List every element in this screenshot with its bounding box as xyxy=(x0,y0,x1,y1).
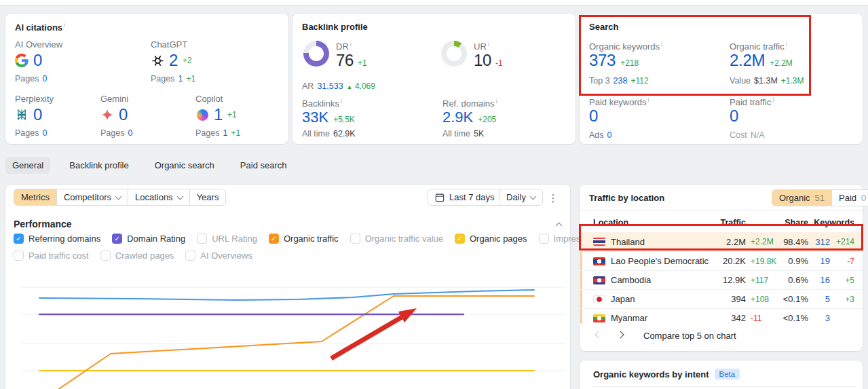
location-table-footer: Compare top 5 on chart xyxy=(593,330,736,341)
ai-citation-item-ai-overview: AI Overview 0 Pages0 xyxy=(15,39,117,84)
checkbox-icon: ✓ xyxy=(455,234,465,244)
copilot-icon xyxy=(195,108,209,122)
keywords-link[interactable]: 3 xyxy=(808,313,830,323)
info-icon[interactable]: i xyxy=(661,41,662,48)
chevron-up-icon xyxy=(555,223,562,229)
backlinks-value[interactable]: 33K xyxy=(302,109,328,126)
info-icon[interactable]: i xyxy=(350,41,352,48)
search-card: Search Organic keywordsi 373 +218 Top 3 … xyxy=(580,14,863,144)
top3-value[interactable]: 238 xyxy=(614,76,628,86)
tab-backlink-profile[interactable]: Backlink profile xyxy=(62,157,135,174)
checkbox-crawled-pages[interactable]: Crawled pages xyxy=(100,251,174,261)
location-table-header: Location Traffic Share Keywords xyxy=(580,213,863,232)
info-icon[interactable]: i xyxy=(648,96,649,103)
info-icon[interactable]: i xyxy=(64,22,65,29)
info-icon[interactable]: i xyxy=(496,98,497,105)
dr-donut-chart xyxy=(303,41,329,67)
checkbox-organic-pages[interactable]: ✓Organic pages xyxy=(455,234,527,244)
pages-count[interactable]: 0 xyxy=(42,128,47,138)
keywords-link[interactable]: 19 xyxy=(808,256,830,266)
metric-checkbox-row-2: Paid traffic cost Crawled pages AI Overv… xyxy=(14,251,252,261)
location-row-japan[interactable]: Japan 394 +108 <0.1% 5 +3 xyxy=(580,289,863,308)
ref-domains-value[interactable]: 2.9K xyxy=(442,109,473,126)
laos-flag-icon xyxy=(593,257,605,265)
years-button[interactable]: Years xyxy=(189,189,227,206)
chevron-right-icon xyxy=(616,331,624,338)
top-chrome xyxy=(0,0,868,5)
info-icon[interactable]: i xyxy=(341,98,342,105)
checkbox-domain-rating[interactable]: ✓Domain Rating xyxy=(112,234,185,244)
paid-keywords-value[interactable]: 0 xyxy=(589,107,598,125)
keywords-link[interactable]: 312 xyxy=(808,237,830,247)
next-page-button[interactable] xyxy=(615,330,626,341)
compare-top5-link[interactable]: Compare top 5 on chart xyxy=(643,331,736,341)
pages-count[interactable]: 0 xyxy=(42,74,47,84)
traffic-by-location-title: Traffic by location xyxy=(589,193,664,203)
checkbox-icon: ✓ xyxy=(112,234,122,244)
tab-organic-search[interactable]: Organic search xyxy=(148,157,221,174)
kebab-menu-icon[interactable]: ⋮ xyxy=(546,190,561,206)
collapse-section-button[interactable] xyxy=(554,221,563,229)
pages-count[interactable]: 1 xyxy=(223,128,227,138)
tab-paid-search[interactable]: Paid search xyxy=(233,157,294,174)
pages-count[interactable]: 1 xyxy=(178,74,183,84)
organic-traffic-value[interactable]: 2.2M xyxy=(730,51,765,70)
location-row-cambodia[interactable]: Cambodia 12.9K +117 0.6% 16 +5 xyxy=(580,270,863,289)
calendar-icon xyxy=(435,193,445,202)
ai-overview-count[interactable]: 0 xyxy=(33,51,42,70)
checkbox-icon xyxy=(350,234,360,244)
chatgpt-count[interactable]: 2 xyxy=(169,51,178,70)
location-row-myanmar[interactable]: Myanmar 342 -11 <0.1% 3 xyxy=(580,308,863,327)
checkbox-icon xyxy=(185,251,195,261)
backlink-profile-card: Backlink profile DRi 76 +1 AR 31,533 ▲ 4… xyxy=(293,14,575,144)
location-row-thailand[interactable]: Thailand 2.2M +2.2M 98.4% 312 +214 xyxy=(580,232,863,251)
ai-citation-item-chatgpt: ChatGPT 2 +2 Pages1+1 xyxy=(151,39,252,84)
paid-traffic-value[interactable]: 0 xyxy=(730,107,738,125)
chatgpt-icon xyxy=(151,54,164,67)
metrics-button[interactable]: Metrics xyxy=(14,189,57,206)
checkbox-icon xyxy=(100,251,111,261)
ads-value[interactable]: 0 xyxy=(607,130,612,140)
checkbox-ai-overviews[interactable]: AI Overviews xyxy=(185,251,252,261)
checkbox-organic-traffic-value[interactable]: Organic traffic value xyxy=(350,234,443,244)
divider xyxy=(580,210,863,211)
locations-dropdown[interactable]: Locations xyxy=(128,189,190,206)
gemini-count[interactable]: 0 xyxy=(119,105,128,124)
keywords-link[interactable]: 16 xyxy=(808,275,830,285)
copilot-count[interactable]: 1 xyxy=(214,105,223,124)
ai-citation-item-gemini: Gemini 0 Pages0 xyxy=(100,94,202,138)
divider xyxy=(593,386,856,387)
info-icon[interactable]: i xyxy=(488,41,489,48)
organic-toggle-button[interactable]: Organic51 xyxy=(772,189,832,206)
competitors-dropdown[interactable]: Competitors xyxy=(56,189,128,206)
info-icon[interactable]: i xyxy=(772,96,774,103)
paid-toggle-button[interactable]: Paid0 xyxy=(831,189,868,206)
chevron-left-icon xyxy=(595,331,602,338)
granularity-dropdown[interactable]: Daily xyxy=(499,189,543,206)
ar-value[interactable]: 31,533 xyxy=(317,81,343,91)
chevron-down-icon xyxy=(115,193,122,200)
performance-line-chart xyxy=(15,272,570,389)
pages-row: Pages1+1 xyxy=(195,128,297,138)
report-tabs: General Backlink profile Organic search … xyxy=(5,157,294,174)
performance-heading: Performance xyxy=(14,219,72,229)
location-row-laos[interactable]: Lao People's Democratic Reput 20.2K +19.… xyxy=(580,251,863,270)
organic-keywords-value[interactable]: 373 xyxy=(589,51,616,70)
previous-page-button[interactable] xyxy=(593,330,604,341)
checkbox-referring-domains[interactable]: ✓Referring domains xyxy=(14,234,100,244)
ur-donut-chart xyxy=(441,41,467,67)
checkbox-organic-traffic[interactable]: ✓Organic traffic xyxy=(269,234,339,244)
perplexity-count[interactable]: 0 xyxy=(33,105,42,124)
series-organic-traffic xyxy=(49,296,534,389)
up-triangle-icon: ▲ xyxy=(347,84,353,90)
tab-general[interactable]: General xyxy=(5,157,50,174)
info-icon[interactable]: i xyxy=(786,41,787,48)
dr-value: 76 xyxy=(336,51,354,70)
ahrefs-rank-row: AR 31,533 ▲ 4,069 xyxy=(302,81,375,91)
checkbox-url-rating[interactable]: URL Rating xyxy=(197,234,257,244)
pages-count[interactable]: 0 xyxy=(128,128,132,138)
series-referring-domains xyxy=(39,290,534,300)
ahrefs-dashboard: AI citationsi AI Overview 0 Pages0 ChatG… xyxy=(0,0,868,389)
checkbox-paid-traffic-cost[interactable]: Paid traffic cost xyxy=(14,251,89,261)
keywords-link[interactable]: 5 xyxy=(808,294,830,304)
